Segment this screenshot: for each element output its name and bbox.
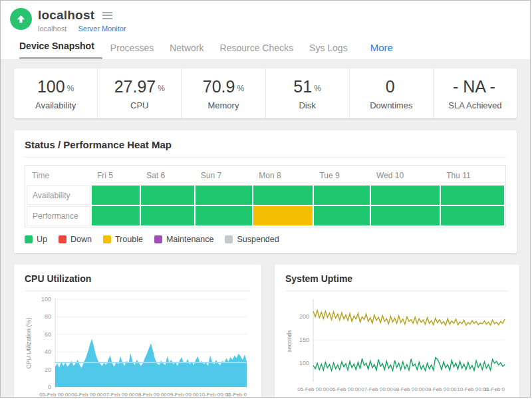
svg-text:08-Feb 00:00: 08-Feb 00:00 [393, 386, 425, 392]
legend-label: Down [70, 235, 92, 244]
svg-text:05-Feb 00:00: 05-Feb 00:00 [297, 386, 329, 392]
heatmap-cell-performance-thu-11[interactable] [441, 206, 504, 225]
heatmap-card: Status / Performance Heat Map TimeFri 5S… [14, 130, 517, 253]
heatmap-cell-performance-tue-9[interactable] [314, 206, 370, 225]
cpu-chart-title: CPU Utilization [25, 273, 251, 291]
tab-resource-checks[interactable]: Resource Checks [212, 43, 302, 59]
breadcrumb-device: localhost [38, 25, 66, 33]
stat-memory: 70.9% Memory [181, 68, 265, 118]
heatmap-table-wrap: TimeFri 5Sat 6Sun 7Mon 8Tue 9Wed 10Thu 1… [25, 165, 506, 227]
page-title: localhost [38, 8, 94, 23]
svg-text:11-Feb 0: 11-Feb 0 [484, 386, 505, 392]
stat-downtimes: 0 Downtimes [349, 68, 433, 118]
stat-value: 70.9 [203, 77, 235, 96]
legend-label: Maintenance [166, 235, 214, 244]
heatmap-col-mon-8: Mon 8 [253, 167, 313, 184]
heatmap-cell-availability-wed-10[interactable] [371, 186, 440, 205]
app-window: localhost localhost Server Monitor Devic… [0, 0, 531, 398]
legend-item-suspended: Suspended [225, 235, 279, 244]
stat-label: Downtimes [350, 100, 433, 110]
heatmap-cell-performance-mon-8[interactable] [253, 206, 313, 225]
legend-swatch-up [25, 235, 33, 243]
tab-more[interactable]: More [362, 42, 401, 59]
svg-text:60: 60 [45, 331, 51, 338]
header: localhost localhost Server Monitor Devic… [1, 1, 530, 59]
heatmap-cell-performance-wed-10[interactable] [371, 206, 440, 225]
svg-text:05-Feb 00:00: 05-Feb 00:00 [39, 392, 71, 398]
heatmap-cell-availability-mon-8[interactable] [253, 186, 313, 205]
breadcrumb-category-link[interactable]: Server Monitor [78, 25, 126, 33]
tab-network[interactable]: Network [162, 43, 211, 59]
heatmap-col-thu-11: Thu 11 [441, 167, 504, 184]
heatmap-row-label: Availability [27, 186, 90, 205]
svg-text:100: 100 [299, 360, 309, 366]
heatmap-cell-availability-fri-5[interactable] [92, 186, 140, 205]
stat-disk: 51% Disk [265, 68, 349, 118]
stat-label: Disk [266, 100, 349, 110]
heatmap-cell-availability-tue-9[interactable] [314, 186, 370, 205]
legend-label: Up [37, 235, 47, 244]
legend-swatch-down [59, 235, 66, 243]
legend-item-down: Down [59, 235, 92, 244]
legend-swatch-maintenance [154, 235, 162, 243]
stat-label: CPU [98, 100, 181, 110]
legend-item-trouble: Trouble [103, 235, 143, 244]
svg-text:80: 80 [45, 313, 51, 320]
main-content: 100% Availability 27.97% CPU 70.9% Memor… [1, 59, 530, 398]
stat-label: Availability [14, 100, 97, 110]
heatmap-table: TimeFri 5Sat 6Sun 7Mon 8Tue 9Wed 10Thu 1… [25, 166, 505, 227]
heatmap-col-tue-9: Tue 9 [314, 167, 370, 184]
stat-unit: % [237, 84, 244, 93]
legend-swatch-trouble [103, 235, 111, 243]
heatmap-cell-availability-sat-6[interactable] [141, 186, 194, 205]
system-uptime-card: System Uptime 10015020005-Feb 00:0006-Fe… [275, 265, 519, 398]
svg-text:20: 20 [45, 366, 51, 373]
svg-text:09-Feb 00:00: 09-Feb 00:00 [425, 386, 457, 392]
legend-item-maintenance: Maintenance [154, 235, 214, 244]
cpu-utilization-chart[interactable]: 02040608010005-Feb 00:0006-Feb 00:0007-F… [25, 294, 251, 398]
svg-text:100: 100 [41, 296, 51, 303]
heatmap-cell-availability-sun-7[interactable] [196, 186, 253, 205]
stat-unit: % [314, 84, 321, 93]
stat-value: 0 [386, 77, 395, 96]
uptime-chart-title: System Uptime [285, 273, 509, 291]
heatmap-col-fri-5: Fri 5 [92, 167, 140, 184]
heatmap-col-sat-6: Sat 6 [141, 167, 194, 184]
tab-device-snapshot[interactable]: Device Snapshot [19, 41, 102, 59]
svg-text:CPU Utilization (%): CPU Utilization (%) [25, 317, 32, 368]
stat-unit: % [67, 84, 74, 93]
stat-availability: 100% Availability [14, 68, 97, 118]
svg-text:09-Feb 00:00: 09-Feb 00:00 [167, 392, 199, 398]
device-status-icon [10, 8, 32, 30]
svg-text:07-Feb 00:00: 07-Feb 00:00 [361, 386, 393, 392]
stat-value: 100 [37, 77, 65, 96]
legend-label: Trouble [115, 235, 143, 244]
stat-sla: - NA - SLA Achieved [433, 68, 517, 118]
heatmap-row-performance: Performance [27, 206, 504, 225]
svg-text:40: 40 [45, 348, 51, 355]
stat-value: - NA - [453, 77, 495, 96]
heatmap-row-availability: Availability [27, 186, 504, 205]
heatmap-col-sun-7: Sun 7 [196, 167, 253, 184]
breadcrumb: localhost Server Monitor [38, 25, 126, 33]
heatmap-cell-performance-sat-6[interactable] [141, 206, 194, 225]
tab-bar: Device SnapshotProcessesNetworkResource … [10, 41, 530, 59]
stat-label: SLA Achieved [434, 100, 517, 110]
stat-value: 51 [293, 77, 312, 96]
heatmap-cell-availability-thu-11[interactable] [441, 186, 504, 205]
legend-label: Suspended [237, 235, 279, 244]
stat-unit: % [158, 84, 165, 93]
svg-text:07-Feb 00:00: 07-Feb 00:00 [103, 392, 135, 398]
svg-text:200: 200 [299, 313, 309, 320]
stat-value: 27.97 [114, 77, 156, 96]
heatmap-cell-performance-sun-7[interactable] [196, 206, 253, 225]
svg-text:06-Feb 00:00: 06-Feb 00:00 [329, 386, 361, 392]
system-uptime-chart[interactable]: 10015020005-Feb 00:0006-Feb 00:0007-Feb … [285, 294, 509, 395]
cpu-utilization-card: CPU Utilization 02040608010005-Feb 00:00… [14, 265, 261, 398]
heatmap-col-time: Time [27, 167, 90, 184]
tab-sys-logs[interactable]: Sys Logs [301, 43, 356, 59]
menu-hamburger-icon[interactable] [102, 10, 112, 21]
tab-processes[interactable]: Processes [102, 43, 162, 59]
svg-text:08-Feb 00:00: 08-Feb 00:00 [135, 392, 167, 398]
heatmap-cell-performance-fri-5[interactable] [92, 206, 140, 225]
